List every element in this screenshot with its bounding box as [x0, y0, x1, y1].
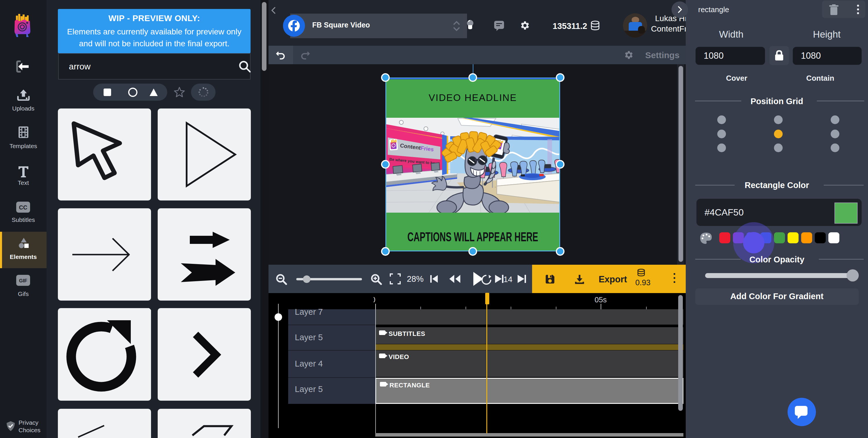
svg-text:CC: CC [19, 204, 28, 211]
svg-text:GIF: GIF [19, 278, 27, 283]
